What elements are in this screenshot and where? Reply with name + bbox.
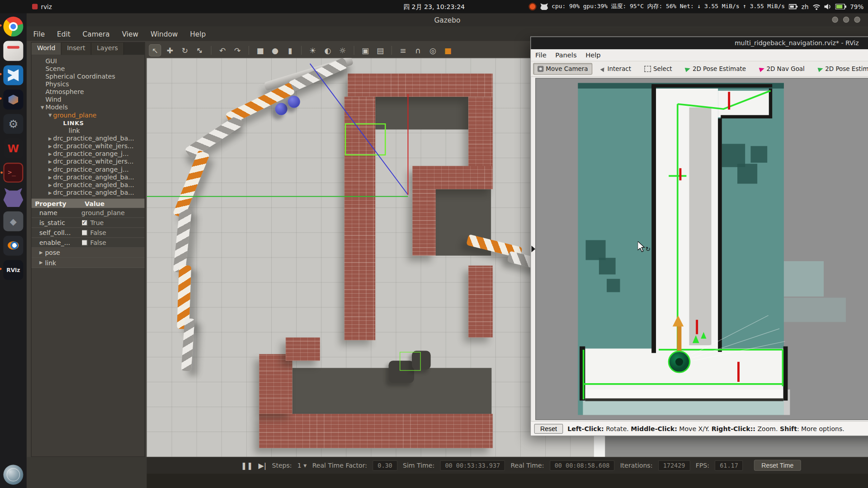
dock-icon-rviz[interactable]: RViz (3, 260, 23, 280)
cat-tray-icon[interactable] (540, 3, 547, 10)
steps-stepper[interactable]: 1 ▾ (297, 461, 307, 469)
redo-icon[interactable]: ↷ (232, 45, 243, 56)
dock-icon-gazebo[interactable] (3, 89, 23, 109)
reset-button[interactable]: Reset (534, 423, 563, 433)
tree-item-physics[interactable]: Physics (32, 80, 145, 88)
wifi-icon[interactable] (812, 4, 820, 9)
property-row-link[interactable]: ▶link (32, 258, 145, 268)
point-light-icon[interactable]: ☼ (337, 45, 348, 56)
dock-icon-vscode[interactable] (3, 65, 23, 85)
dock-icon-cat-app[interactable] (3, 187, 23, 207)
scale-tool-icon[interactable]: ↔ (194, 45, 205, 56)
system-stats[interactable]: cpu: 90% gpu:39% 温度: 95°C 内存: 56% Net: ↓… (552, 3, 785, 10)
expander-icon[interactable]: ▶ (39, 250, 43, 255)
dock-icon-terminal[interactable] (3, 163, 23, 183)
rviz-titlebar[interactable]: multi_ridgeback_navigation.rviz* - RViz (531, 37, 868, 49)
view-angle-icon[interactable]: ◎ (427, 45, 438, 56)
nav-goal-tool[interactable]: 2D Nav Goal (755, 63, 809, 75)
dock-icon-wps[interactable]: W (3, 138, 23, 158)
box-shape-icon[interactable]: ■ (255, 45, 265, 56)
pose-estimate-tool[interactable]: 2D Pose Estimate (681, 63, 750, 75)
dock-icon-utility[interactable] (3, 211, 23, 231)
tab-layers[interactable]: Layers (91, 42, 124, 55)
interact-tool[interactable]: Interact (597, 63, 636, 75)
menu-view[interactable]: View (122, 30, 138, 38)
property-row-name[interactable]: name ground_plane (32, 208, 145, 218)
menu-camera[interactable]: Camera (83, 30, 110, 38)
tab-insert[interactable]: Insert (61, 42, 91, 55)
rotate-tool-icon[interactable]: ↻ (179, 45, 190, 56)
tree-item-model[interactable]: ▶drc_practice_white_jers... (32, 158, 145, 165)
tree-item-atmosphere[interactable]: Atmosphere (32, 88, 145, 96)
expander-icon[interactable]: ▶ (47, 190, 53, 195)
spot-light-icon[interactable]: ◐ (322, 45, 333, 56)
align-icon[interactable]: ≡ (397, 45, 408, 56)
sphere-shape-icon[interactable]: ● (269, 45, 280, 56)
ram-widget-icon[interactable] (789, 4, 798, 9)
menu-file[interactable]: File (535, 51, 547, 59)
tree-item-model[interactable]: ▶drc_practice_angled_ba... (32, 181, 145, 188)
select-tool-icon[interactable]: ↖ (150, 45, 160, 56)
property-row-is-static[interactable]: is_static True (32, 218, 145, 228)
battery-icon[interactable] (835, 4, 846, 9)
dock-icon-chrome[interactable] (3, 17, 23, 37)
tab-world[interactable]: World (32, 42, 61, 55)
pause-button[interactable]: ❚❚ (241, 461, 253, 469)
insert-model-icon[interactable]: ■ (442, 45, 453, 56)
translate-tool-icon[interactable]: ✚ (165, 45, 175, 56)
close-button[interactable] (854, 17, 860, 23)
expander-icon[interactable]: ▶ (47, 136, 53, 141)
checkbox-unchecked[interactable] (81, 239, 87, 245)
checkbox-checked[interactable] (81, 220, 87, 225)
sun-light-icon[interactable]: ☀ (307, 45, 318, 56)
expander-icon[interactable]: ▶ (47, 159, 53, 164)
menu-panels[interactable]: Panels (555, 51, 576, 59)
expander-icon[interactable]: ▶ (47, 182, 53, 187)
expander-icon[interactable]: ▶ (39, 260, 43, 265)
paste-icon[interactable]: ▤ (375, 45, 386, 56)
gazebo-titlebar[interactable]: Gazebo (27, 13, 868, 26)
step-button[interactable]: ▶| (259, 461, 267, 469)
menu-window[interactable]: Window (151, 30, 178, 38)
dock-icon-settings[interactable] (3, 114, 23, 134)
tree-item-spherical[interactable]: Spherical Coordinates (32, 72, 145, 80)
dock-icon-files[interactable] (3, 41, 23, 61)
recording-indicator-icon[interactable] (528, 3, 536, 10)
tree-item-models[interactable]: ▼Models (32, 103, 145, 111)
tree-item-links[interactable]: LINKS (32, 119, 145, 127)
tree-item-model[interactable]: ▶drc_practice_angled_ba... (32, 189, 145, 197)
property-row-enable-wind[interactable]: enable_... False (32, 238, 145, 248)
property-row-pose[interactable]: ▶pose (32, 248, 145, 258)
maximize-button[interactable] (843, 17, 849, 23)
tree-item-scene[interactable]: Scene (32, 65, 145, 72)
input-method-indicator[interactable]: zh (802, 3, 809, 10)
minimize-button[interactable] (832, 17, 838, 23)
tree-item-link[interactable]: link (32, 127, 145, 134)
volume-icon[interactable] (824, 3, 831, 10)
property-row-self-collide[interactable]: self_coll... False (32, 228, 145, 238)
expander-icon[interactable]: ▶ (47, 151, 53, 156)
pose-estimate-tool-2[interactable]: 2D Pose Estimate (813, 63, 868, 75)
tree-item-model[interactable]: ▶drc_practice_angled_ba... (32, 173, 145, 181)
rviz-3d-view[interactable] (535, 78, 868, 420)
focused-app-name[interactable]: rviz (41, 3, 52, 10)
panel-expander-icon[interactable] (532, 246, 536, 253)
tree-item-ground-plane[interactable]: ▼ground_plane (32, 111, 145, 119)
expander-icon[interactable]: ▶ (47, 174, 53, 179)
undo-icon[interactable]: ↶ (217, 45, 228, 56)
menu-edit[interactable]: Edit (57, 30, 71, 38)
dock-icon-show-apps[interactable] (3, 465, 23, 485)
tree-item-wind[interactable]: Wind (32, 96, 145, 103)
menu-help[interactable]: Help (585, 51, 601, 59)
tree-item-model[interactable]: ▶drc_practice_orange_j... (32, 150, 145, 158)
reset-time-button[interactable]: Reset Time (754, 460, 801, 471)
cylinder-shape-icon[interactable]: ▮ (284, 45, 295, 56)
tree-item-gui[interactable]: GUI (32, 57, 145, 65)
tree-item-model[interactable]: ▶drc_practice_angled_ba... (32, 135, 145, 142)
menu-file[interactable]: File (33, 30, 45, 38)
battery-percent[interactable]: 79% (850, 3, 863, 10)
move-camera-tool[interactable]: Move Camera (533, 63, 592, 75)
menu-help[interactable]: Help (190, 30, 206, 38)
expander-icon[interactable]: ▶ (47, 144, 53, 149)
checkbox-unchecked[interactable] (81, 230, 87, 235)
